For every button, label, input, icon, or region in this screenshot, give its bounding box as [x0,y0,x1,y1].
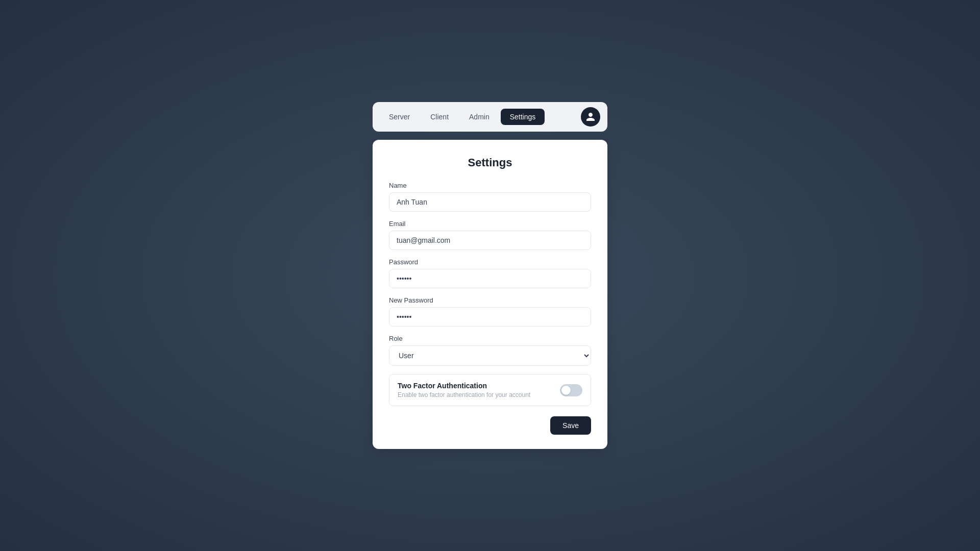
name-field-group: Name [389,182,591,212]
new-password-label: New Password [389,296,591,304]
toggle-slider [560,384,582,396]
role-label: Role [389,335,591,342]
role-field-group: Role User Admin Moderator [389,335,591,366]
two-factor-section: Two Factor Authentication Enable two fac… [389,374,591,406]
tab-settings[interactable]: Settings [501,109,545,125]
nav-tabs: Server Client Admin Settings [380,109,545,125]
role-select[interactable]: User Admin Moderator [389,345,591,366]
new-password-input[interactable] [389,307,591,327]
nav-bar: Server Client Admin Settings [373,102,607,132]
form-footer: Save [389,416,591,435]
user-icon [585,112,596,122]
password-input[interactable] [389,269,591,288]
two-factor-title: Two Factor Authentication [398,382,554,390]
two-factor-text: Two Factor Authentication Enable two fac… [398,382,554,398]
save-button[interactable]: Save [550,416,591,435]
password-label: Password [389,258,591,266]
page-title: Settings [389,156,591,169]
two-factor-description: Enable two factor authentication for you… [398,391,554,398]
tab-server[interactable]: Server [380,109,419,125]
email-field-group: Email [389,220,591,250]
app-container: Server Client Admin Settings Settings Na… [373,102,607,449]
tab-client[interactable]: Client [421,109,458,125]
settings-card: Settings Name Email Password New Passwor… [373,140,607,449]
name-input[interactable] [389,192,591,212]
password-field-group: Password [389,258,591,288]
email-label: Email [389,220,591,228]
email-input[interactable] [389,231,591,250]
user-avatar[interactable] [581,107,600,127]
two-factor-toggle[interactable] [560,384,582,396]
tab-admin[interactable]: Admin [460,109,499,125]
new-password-field-group: New Password [389,296,591,327]
name-label: Name [389,182,591,189]
